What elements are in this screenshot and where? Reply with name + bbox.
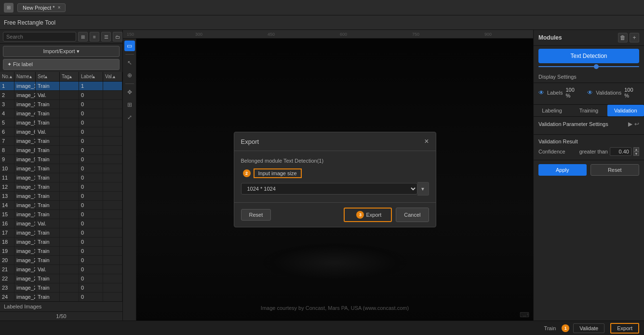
canvas-tools: ▭ ↖ ⊕ ✥ ⊞ ⤢ [123,39,136,321]
action-row: Apply Reset [534,160,644,180]
size-select-row: 1024 * 1024 512 * 512 256 * 256 ▼ [241,182,429,195]
cell-val [103,293,122,301]
cell-val [103,91,122,99]
cell-val [103,219,122,228]
table-row[interactable]: 9 image_9 Train 0 [0,155,122,164]
input-image-size-label: Input image size [254,168,302,178]
canvas-body[interactable]: Image courtesy by Concast, Mars PA, USA … [136,39,533,321]
project-tab[interactable]: New Project * × [17,3,66,12]
select-arrow-icon[interactable]: ▼ [417,182,429,195]
cell-name: image_7 [14,137,36,145]
table-row[interactable]: 2 image_2 Val. 0 [0,91,122,100]
rectangle-tool-btn[interactable]: ▭ [124,41,135,51]
labels-label: Labels [547,90,563,96]
table-row[interactable]: 17 image_17 Train 0 [0,228,122,237]
cell-set: Train [36,100,60,109]
modal-reset-button[interactable]: Reset [241,209,271,221]
apply-button[interactable]: Apply [538,164,587,176]
confidence-input[interactable] [610,147,631,156]
tab-close-icon[interactable]: × [58,5,61,10]
cell-set: Val. [36,219,60,228]
table-row[interactable]: 24 image_24 Train 0 [0,293,122,301]
tool-divider [125,54,134,55]
cell-no: 1 [0,82,14,90]
modal-title: Export [241,138,259,145]
cursor-tool-btn[interactable]: ↖ [124,57,135,68]
delete-module-btn[interactable]: 🗑 [618,33,628,42]
import-export-button[interactable]: Import/Export ▾ [3,46,120,57]
confidence-down-btn[interactable]: ▼ [633,152,639,156]
table-row[interactable]: 10 image_10 Train 0 [0,164,122,173]
cell-label: 0 [79,265,103,274]
table-row[interactable]: 4 image_4 Train 0 [0,109,122,118]
folder-icon-btn[interactable]: 🗀 [113,32,122,42]
tab-validation[interactable]: Validation [607,105,644,116]
table-row[interactable]: 7 image_7 Train 0 [0,137,122,146]
table-row[interactable]: 3 image_3 Train 0 [0,100,122,109]
grid-tool-btn[interactable]: ⊞ [124,99,135,110]
search-input[interactable] [3,32,76,42]
modal-export-button[interactable]: 3 Export [344,208,392,222]
step-badge-2: 2 [243,169,251,177]
cell-no: 19 [0,247,14,255]
list-icon-btn[interactable]: ☰ [101,32,111,42]
labels-percent: 100 % [565,87,580,98]
table-row[interactable]: 1 image_1 Train 1 [0,82,122,91]
table-row[interactable]: 11 image_11 Train 0 [0,173,122,182]
cell-val [103,118,122,127]
cell-set: Train [36,137,60,145]
grid-icon-btn[interactable]: ⊞ [78,32,88,42]
table-row[interactable]: 23 image_23 Train 0 [0,283,122,293]
cell-tag [60,247,79,255]
display-settings: 👁 Labels 100 % 👁 Validations 100 % [534,83,644,105]
text-detection-button[interactable]: Text Detection [538,49,639,63]
add-module-btn[interactable]: + [630,33,639,42]
table-row[interactable]: 15 image_15 Train 0 [0,210,122,219]
confidence-label: Confidence [538,149,565,154]
table-row[interactable]: 8 image_8 Train 0 [0,146,122,155]
cell-label: 0 [79,219,103,228]
cell-label: 0 [79,164,103,173]
cell-no: 9 [0,155,14,164]
cell-val [103,109,122,118]
table-row[interactable]: 20 image_20 Train 0 [0,256,122,265]
modal-cancel-button[interactable]: Cancel [396,208,429,222]
cell-no: 7 [0,137,14,145]
tab-training[interactable]: Training [570,105,607,116]
table-row[interactable]: 21 image_21 Val. 0 [0,265,122,274]
train-label: Train [544,325,556,331]
cell-no: 3 [0,100,14,109]
export-button-bottom[interactable]: Export [610,323,639,334]
image-size-select[interactable]: 1024 * 1024 512 * 512 256 * 256 [241,183,417,195]
cell-name: image_4 [14,109,36,118]
table-row[interactable]: 6 image_6 Val. 0 [0,127,122,137]
cell-no: 8 [0,146,14,154]
table-row[interactable]: 5 image_5 Train 0 [0,118,122,127]
modal-close-button[interactable]: × [424,137,429,146]
cell-set: Train [36,210,60,219]
table-row[interactable]: 12 image_12 Train 0 [0,182,122,192]
tab-labeling[interactable]: Labeling [534,105,570,116]
extra-tool-btn[interactable]: ⤢ [124,112,135,123]
cell-name: image_6 [14,127,36,136]
table-row[interactable]: 22 image_22 Train 0 [0,274,122,283]
table-row[interactable]: 14 image_14 Train 0 [0,201,122,210]
filter-icon-btn[interactable]: ≡ [90,32,99,42]
cell-val [103,201,122,209]
table-row[interactable]: 19 image_19 Train 0 [0,247,122,256]
fix-label-button[interactable]: ✦ Fix label [3,59,120,70]
table-row[interactable]: 18 image_18 Train 0 [0,237,122,247]
cell-label: 0 [79,256,103,265]
validate-button[interactable]: Validate [573,323,604,333]
cell-label: 0 [79,293,103,301]
table-row[interactable]: 16 image_16 Val. 0 [0,219,122,228]
table-row[interactable]: 13 image_13 Train 0 [0,192,122,201]
zoom-tool-btn[interactable]: ⊕ [124,70,135,81]
reset-button[interactable]: Reset [590,164,640,176]
move-tool-btn[interactable]: ✥ [124,87,135,98]
cell-set: Train [36,82,60,90]
param-icons: ▶ ↩ [628,121,639,127]
cell-name: image_2 [14,91,36,99]
confidence-up-btn[interactable]: ▲ [633,147,639,152]
cell-name: image_1 [14,82,36,90]
